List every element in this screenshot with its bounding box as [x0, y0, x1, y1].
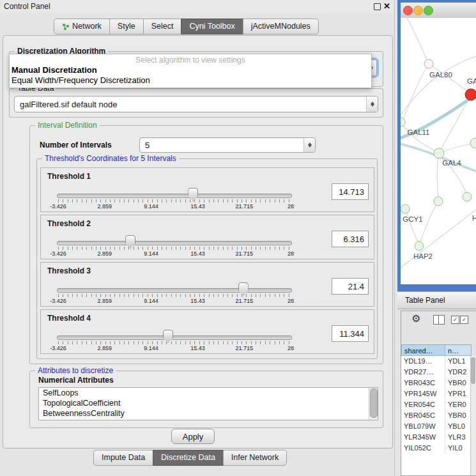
column-header-shared-name[interactable]: shared… — [401, 344, 445, 356]
slider-tick-label: 15.43 — [190, 345, 205, 351]
table-cell-shared-name[interactable]: YER054C — [401, 399, 445, 410]
float-window-icon[interactable] — [374, 3, 381, 10]
table-cell-name[interactable]: YLR3 — [445, 432, 472, 443]
column-layout-icon[interactable] — [433, 315, 445, 325]
table-panel-title: Table Panel — [405, 296, 445, 305]
table-cell-shared-name[interactable]: YBR045C — [401, 410, 445, 421]
threshold-value-field[interactable]: 11.344 — [332, 325, 369, 342]
list-item[interactable]: TopologicalCoefficient — [39, 398, 378, 408]
node-label: GCY1 — [403, 215, 422, 223]
close-traffic-light-icon[interactable] — [403, 6, 413, 15]
network-node-selected[interactable] — [465, 89, 476, 100]
table-cell-shared-name[interactable]: YLR345W — [401, 432, 445, 443]
slider-track[interactable] — [57, 194, 292, 198]
threshold-value-field[interactable]: 21.4 — [332, 278, 369, 295]
tab-label: Select — [151, 19, 174, 34]
zoom-traffic-light-icon[interactable] — [424, 6, 433, 15]
table-data-combo[interactable]: galFiltered.sif default node — [14, 96, 378, 112]
network-node[interactable] — [463, 192, 472, 201]
table-row[interactable]: YBR045CYBR0 — [401, 410, 472, 421]
list-scrollbar-thumb[interactable] — [370, 388, 378, 418]
slider-track[interactable] — [57, 241, 292, 245]
table-cell-name[interactable]: YIL0 — [445, 443, 472, 454]
tab-style[interactable]: Style — [109, 19, 144, 35]
table-row[interactable]: YDR27…YDR2 — [401, 367, 472, 378]
gear-icon[interactable]: ⚙ — [411, 312, 420, 325]
threshold-3-slider[interactable]: -3.4262.8599.14415.4321.71528 — [57, 282, 292, 305]
slider-tick-label: 9.144 — [144, 345, 158, 351]
table-scrollbar-thumb[interactable] — [471, 357, 475, 384]
table-cell-shared-name[interactable]: YIL052C — [401, 443, 445, 454]
table-scrollbar[interactable] — [470, 356, 476, 475]
network-node[interactable] — [401, 204, 410, 213]
network-node[interactable] — [401, 118, 405, 127]
number-of-intervals-combo[interactable]: 5 — [139, 137, 316, 153]
tab-label: jActiveMNodules — [251, 19, 311, 34]
slider-tick-labels: -3.4262.8599.14415.4321.71528 — [58, 203, 291, 210]
table-cell-name[interactable]: YBR0 — [445, 410, 472, 421]
dropdown-hint: Select algorithm to view settings — [10, 55, 371, 65]
tab-impute-data[interactable]: Impute Data — [93, 450, 153, 466]
checkbox-icon[interactable]: ✓ — [451, 316, 459, 324]
table-row[interactable]: YDL19…YDL1 — [401, 356, 472, 367]
list-item[interactable]: BetweennessCentrality — [39, 408, 378, 418]
checkbox-icon[interactable]: ✓ — [460, 316, 468, 324]
tab-cyni-toolbox[interactable]: Cyni Toolbox — [181, 19, 243, 35]
tab-select[interactable]: Select — [143, 19, 182, 35]
table-row[interactable]: YBR043CYBR0 — [401, 378, 472, 388]
node-label-partial: H — [472, 214, 476, 222]
network-node[interactable] — [434, 148, 444, 158]
table-cell-name[interactable]: YBR0 — [445, 378, 472, 388]
tab-discretize-data[interactable]: Discretize Data — [153, 450, 224, 466]
bottom-tab-bar: Impute Data Discretize Data Infer Networ… — [93, 450, 287, 466]
minimize-traffic-light-icon[interactable] — [413, 6, 423, 15]
list-item[interactable]: SelfLoops — [39, 388, 378, 398]
slider-track[interactable] — [57, 335, 292, 340]
table-row[interactable]: YBL079WYBL0 — [401, 421, 472, 432]
column-header-name[interactable]: n… — [445, 344, 472, 356]
node-label: HAP2 — [413, 252, 433, 260]
table-cell-shared-name[interactable]: YDR27… — [401, 367, 445, 378]
dropdown-option-manual-discretization[interactable]: Manual Discretization — [10, 65, 371, 75]
threshold-1-slider[interactable]: -3.4262.8599.14415.4321.71528 — [57, 188, 292, 211]
apply-button[interactable]: Apply — [171, 429, 215, 444]
table-cell-shared-name[interactable]: YPR145W — [401, 388, 445, 399]
network-node[interactable] — [424, 59, 433, 68]
slider-tick-label: 9.144 — [144, 203, 158, 210]
table-cell-name[interactable]: YDL1 — [445, 356, 472, 367]
table-cell-name[interactable]: YPR1 — [445, 388, 472, 399]
list-scrollbar[interactable] — [369, 388, 378, 420]
threshold-4-slider[interactable]: -3.4262.8599.14415.4321.71528 — [57, 330, 292, 353]
dropdown-option-equal-width[interactable]: Equal Width/Frequency Discretization — [10, 75, 371, 86]
slider-tick-label: 9.144 — [144, 298, 158, 304]
table-cell-name[interactable]: YDR2 — [445, 367, 472, 378]
slider-tick-label: 15.43 — [190, 203, 205, 210]
tab-infer-network[interactable]: Infer Network — [223, 450, 287, 466]
table-row[interactable]: YIL052CYIL0 — [401, 443, 472, 454]
table-cell-shared-name[interactable]: YBL079W — [401, 421, 445, 432]
table-cell-name[interactable]: YER0 — [445, 399, 472, 410]
tab-jactivemnodules[interactable]: jActiveMNodules — [243, 19, 319, 35]
table-row[interactable]: YLR345WYLR3 — [401, 432, 472, 443]
table-cell-shared-name[interactable]: YDL19… — [401, 356, 445, 367]
numerical-attributes-list[interactable]: SelfLoopsTopologicalCoefficientBetweenne… — [38, 387, 378, 420]
network-node[interactable] — [415, 242, 424, 250]
top-tab-bar: Network Style Select Cyni Toolbox jActiv… — [54, 19, 319, 35]
close-icon[interactable]: ✕ — [383, 1, 390, 11]
table-cell-name[interactable]: YBL0 — [445, 421, 472, 432]
tab-network[interactable]: Network — [54, 19, 110, 35]
slider-tick-label: 9.144 — [144, 250, 158, 257]
threshold-2-slider[interactable]: -3.4262.8599.14415.4321.71528 — [57, 235, 292, 258]
slider-tick-label: 28 — [288, 250, 294, 257]
network-node[interactable] — [470, 138, 476, 148]
network-canvas[interactable]: GAL80 GAL11 GAL4 GCY1 HAP2 GA H — [401, 18, 476, 284]
threshold-value-field[interactable]: 14.713 — [332, 183, 369, 200]
slider-tick-labels: -3.4262.8599.14415.4321.71528 — [58, 345, 291, 352]
network-node[interactable] — [434, 197, 443, 206]
threshold-value-field[interactable]: 6.316 — [332, 231, 369, 247]
table-row[interactable]: YER054CYER0 — [401, 399, 472, 410]
slider-ticks — [58, 294, 291, 297]
slider-track[interactable] — [57, 288, 292, 293]
table-cell-shared-name[interactable]: YBR043C — [401, 378, 445, 388]
table-row[interactable]: YPR145WYPR1 — [401, 388, 472, 399]
